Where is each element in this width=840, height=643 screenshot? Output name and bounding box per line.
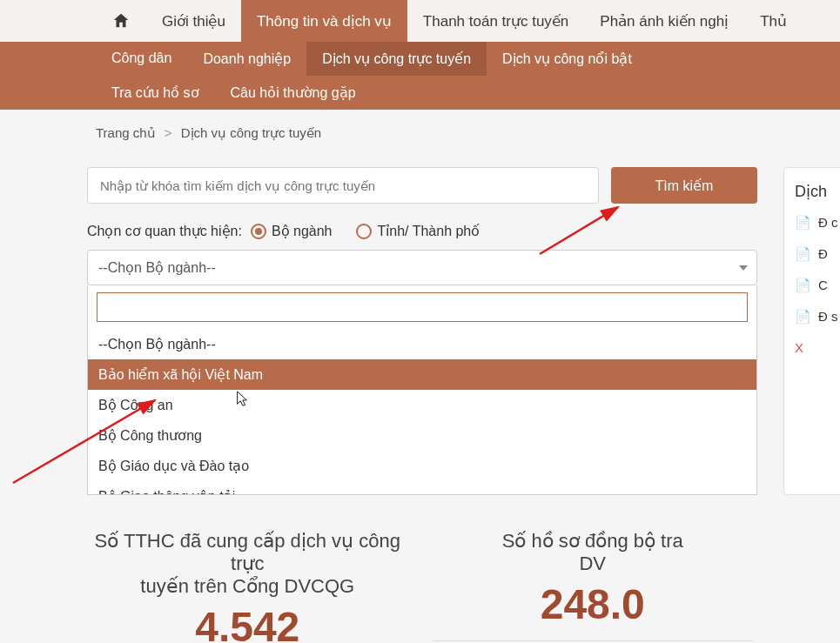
sidebar-title: Dịch [795,182,840,201]
stats-row: Số TTHC đã cung cấp dịch vụ công trực tu… [0,530,840,643]
search-input[interactable] [87,167,599,204]
radio-icon [356,224,372,239]
nav-payment[interactable]: Thanh toán trực tuyến [407,0,584,42]
search-button[interactable]: Tìm kiếm [611,167,757,204]
dropdown-search-input[interactable] [97,292,748,322]
breadcrumb-sep: > [165,125,172,140]
ministry-select[interactable]: --Chọn Bộ ngành-- [87,250,757,285]
nav-intro[interactable]: Giới thiệu [146,0,241,42]
stat-card-dossiers: Số hồ sơ đồng bộ tra DV 248.0 [433,530,754,643]
breadcrumb-current: Dịch vụ công trực tuyến [181,125,321,140]
subnav-faq[interactable]: Câu hỏi thường gặp [215,76,372,110]
top-nav: Giới thiệu Thông tin và dịch vụ Thanh to… [0,0,840,42]
subnav-featured[interactable]: Dịch vụ công nổi bật [487,42,648,76]
nav-procedures[interactable]: Thủ [744,0,803,42]
breadcrumb-home[interactable]: Trang chủ [96,125,156,140]
stat-title: Số hồ sơ đồng bộ tra DV [433,530,754,575]
agency-radio-group: Chọn cơ quan thực hiện: Bộ ngành Tỉnh/ T… [87,223,757,239]
dropdown-list[interactable]: --Chọn Bộ ngành-- Bảo hiểm xã hội Việt N… [88,329,756,494]
nav-feedback[interactable]: Phản ánh kiến nghị [584,0,744,42]
document-icon: 📄 [795,246,811,262]
dd-option-bhxh[interactable]: Bảo hiểm xã hội Việt Nam [88,359,756,390]
sub-nav: Công dân Doanh nghiệp Dịch vụ công trực … [0,42,840,110]
breadcrumb: Trang chủ > Dịch vụ công trực tuyến [0,110,840,150]
document-icon: 📄 [795,215,811,231]
sidebar-link[interactable]: 📄 Đ c [795,215,840,231]
stat-value: 248.0 [433,580,754,628]
radio-ministry[interactable]: Bộ ngành [251,223,333,239]
dd-option-gddt[interactable]: Bộ Giáo dục và Đào tạo [88,451,756,481]
home-icon[interactable] [96,0,146,42]
radio-icon [251,224,266,239]
sidebar-panel: Dịch 📄 Đ c 📄 Đ 📄 C 📄 Đ s X [783,167,840,495]
radio-label: Chọn cơ quan thực hiện: [87,223,242,239]
subnav-citizen[interactable]: Công dân [96,42,187,76]
sidebar-link[interactable]: 📄 Đ [795,246,840,262]
stat-card-services: Số TTHC đã cung cấp dịch vụ công trực tu… [87,530,408,643]
dd-option-congan[interactable]: Bộ Công an [88,390,756,420]
sidebar-link[interactable]: 📄 Đ s [795,309,840,325]
radio-province[interactable]: Tỉnh/ Thành phố [356,223,480,239]
document-icon: 📄 [795,278,811,293]
stat-value: 4.542 [87,603,408,643]
sidebar-viewall[interactable]: X [795,340,840,355]
select-header[interactable]: --Chọn Bộ ngành-- [88,251,756,285]
dd-option-placeholder[interactable]: --Chọn Bộ ngành-- [88,329,756,359]
nav-info-services[interactable]: Thông tin và dịch vụ [241,0,407,42]
subnav-lookup[interactable]: Tra cứu hồ sơ [96,76,215,110]
ministry-dropdown: --Chọn Bộ ngành-- Bảo hiểm xã hội Việt N… [87,285,757,495]
dd-option-gtvt[interactable]: Bộ Giao thông vận tải [88,481,756,494]
stat-title: Số TTHC đã cung cấp dịch vụ công trực tu… [87,530,408,598]
subnav-business[interactable]: Doanh nghiệp [187,42,306,76]
sidebar-link[interactable]: 📄 C [795,278,840,293]
dd-option-congthuong[interactable]: Bộ Công thương [88,420,756,451]
subnav-online-services[interactable]: Dịch vụ công trực tuyến [306,42,487,76]
document-icon: 📄 [795,309,811,325]
